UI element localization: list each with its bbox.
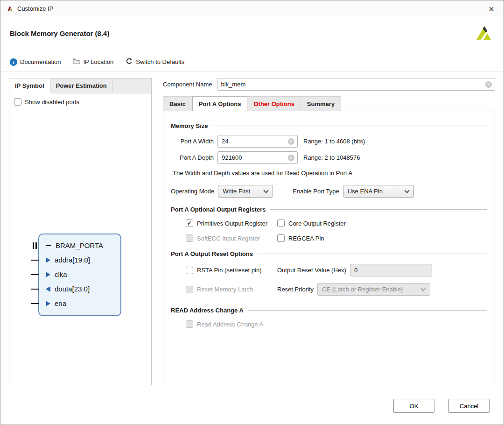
width-depth-note: The Width and Depth values are used for … [173,170,487,177]
reset-memory-latch-label: Reset Memory Latch [197,286,253,293]
options-panel: Component Name ✕ Basic Port A Options Ot… [163,78,495,385]
read-address-change-option: Read Address Change A [186,320,277,328]
refresh-icon [126,57,133,66]
softecc-input-register-option: SoftECC Input Register [186,234,277,242]
rsta-pin-option: RSTA Pin (set/reset pin) [186,267,277,274]
port-name: douta[23:0] [55,285,90,293]
interface-stub [46,245,51,246]
enable-port-type-dropdown[interactable]: Use ENA Pin [343,185,414,198]
reset-options-section-header: Port A Output Reset Options [171,250,487,257]
close-icon[interactable]: × [485,2,498,15]
port-row: clka [39,267,120,282]
port-a-options-content: Memory Size Port A Width ✕ Range: 1 to 4… [163,111,495,385]
dialog-footer: OK Cancel [0,387,504,425]
mode-row: Operating Mode Write First Enable Port T… [171,185,487,198]
ok-button[interactable]: OK [393,399,434,413]
output-reset-value-input [354,267,428,274]
show-disabled-ports-label: Show disabled ports [25,99,79,106]
bram-title-row: BRAM_PORTA [39,238,120,253]
port-stub [31,274,39,275]
tab-other-options[interactable]: Other Options [247,96,301,111]
bram-block: BRAM_PORTA addra[19:0] clka [38,234,121,316]
primitives-output-register-checkbox[interactable]: ✓ [186,220,193,227]
port-a-width-input[interactable] [222,138,286,145]
input-arrow-icon [46,272,50,277]
port-a-depth-label: Port A Depth [171,154,214,161]
show-disabled-ports-row: Show disabled ports [14,98,147,106]
operating-mode-dropdown[interactable]: Write First [218,185,273,198]
switch-to-defaults-label: Switch to Defaults [136,58,184,65]
folder-icon [73,58,80,66]
output-reset-value-label: Output Reset Value (Hex) [277,267,346,274]
port-a-depth-range: Range: 2 to 1048576 [303,154,360,161]
reset-priority-value: CE (Latch or Register Enable) [322,286,403,293]
section-title: Port A Optional Output Registers [171,206,266,213]
tab-basic[interactable]: Basic [163,96,192,111]
page-title: Block Memory Generator (8.4) [10,29,494,37]
options-tabstrip: Basic Port A Options Other Options Summa… [163,96,341,111]
rsta-pin-label: RSTA Pin (set/reset pin) [197,267,261,274]
port-a-width-range: Range: 1 to 4608 (bits) [303,138,365,145]
rsta-pin-checkbox[interactable] [186,267,193,274]
clear-icon[interactable]: ✕ [288,138,294,145]
ip-location-label: IP Location [83,58,113,65]
ip-location-link[interactable]: IP Location [73,58,113,66]
port-a-width-label: Port A Width [171,138,214,145]
enable-port-type-label: Enable Port Type [293,188,339,195]
cancel-button[interactable]: Cancel [448,399,490,413]
chevron-down-icon [420,286,426,291]
tab-summary[interactable]: Summary [301,96,341,111]
operating-mode-value: Write First [223,188,250,195]
reset-priority-row: Reset Memory Latch Reset Priority CE (La… [186,283,487,296]
port-name: ena [55,299,66,307]
core-output-register-checkbox[interactable] [277,220,285,227]
primitives-output-register-option: ✓ Primitives Output Register [186,220,277,227]
read-address-change-label: Read Address Change A [197,321,263,328]
reset-priority-dropdown: CE (Latch or Register Enable) [317,283,430,296]
switch-to-defaults-link[interactable]: Switch to Defaults [126,57,184,66]
port-a-width-field: ✕ [217,135,298,148]
enable-port-type-value: Use ENA Pin [348,188,383,195]
reset-memory-latch-option: Reset Memory Latch [186,286,277,293]
section-rule [212,126,487,126]
section-rule [270,209,487,210]
interface-pin-icon [33,242,37,249]
tab-port-a-options[interactable]: Port A Options [192,96,248,111]
read-address-change-section-header: READ Address Change A [171,307,487,314]
primitives-output-register-label: Primitives Output Register [197,220,267,227]
output-arrow-icon [46,286,50,292]
softecc-input-register-checkbox [186,234,193,242]
chevron-down-icon [404,188,409,193]
clear-icon[interactable]: ✕ [288,155,294,161]
component-name-label: Component Name [163,81,212,88]
softecc-input-register-label: SoftECC Input Register [197,235,260,242]
component-name-input[interactable] [221,81,484,88]
toolbar: i Documentation IP Location Switch to De… [0,53,504,71]
clear-icon[interactable]: ✕ [485,81,492,88]
port-name: clka [55,270,67,278]
output-registers-section-header: Port A Optional Output Registers [171,206,487,213]
port-name: addra[19:0] [55,256,90,264]
section-rule [258,254,487,254]
read-address-change-row: Read Address Change A [186,320,487,328]
port-row: douta[23:0] [39,282,120,296]
tab-ip-symbol[interactable]: IP Symbol [9,78,50,93]
read-address-change-checkbox [186,320,193,328]
section-rule [248,310,487,311]
documentation-label: Documentation [20,58,61,65]
port-a-depth-field: ✕ [217,151,298,164]
ip-symbol-view: Show disabled ports BRAM_PORTA addra[19:… [9,93,151,385]
port-row: ena [39,296,120,311]
port-a-depth-input[interactable] [222,154,286,161]
tab-power-estimation[interactable]: Power Estimation [50,78,113,93]
rsta-row: RSTA Pin (set/reset pin) Output Reset Va… [186,264,487,276]
titlebar: Customize IP × [0,0,504,17]
section-title: Port A Output Reset Options [171,250,253,257]
regcea-pin-option: REGCEA Pin [277,234,487,242]
regcea-pin-checkbox[interactable] [277,234,285,242]
component-name-row: Component Name ✕ [163,78,495,91]
port-stub [31,289,39,290]
show-disabled-ports-checkbox[interactable] [14,98,21,106]
documentation-link[interactable]: i Documentation [10,58,61,66]
operating-mode-label: Operating Mode [171,188,214,195]
